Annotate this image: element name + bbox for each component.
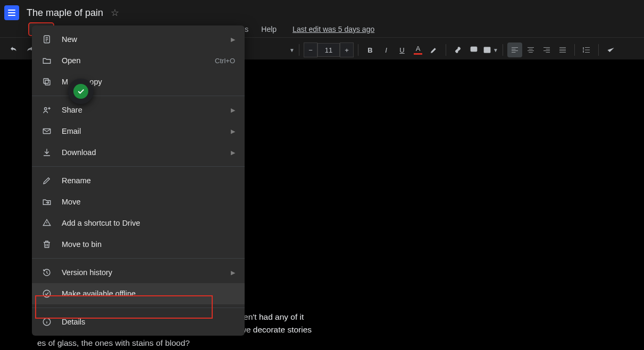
move-icon	[41, 197, 52, 207]
align-center-button[interactable]	[523, 42, 538, 57]
document-title[interactable]: The maple of pain	[27, 7, 103, 19]
file-menu-label: Share	[62, 106, 221, 114]
doc-line[interactable]: es of glass, the ones with stains of blo…	[37, 337, 607, 350]
svg-rect-5	[45, 80, 50, 85]
drive-shortcut-icon	[41, 218, 52, 228]
undo-button[interactable]	[6, 42, 21, 57]
file-menu-label: Details	[62, 318, 235, 326]
align-left-button[interactable]	[507, 42, 522, 57]
file-menu-label: Open	[62, 56, 205, 65]
file-menu-dropdown: New ▶ Open Ctrl+O M opy Share ▶ Email ▶ …	[32, 25, 245, 336]
file-menu-label: Rename	[62, 176, 235, 185]
file-menu-label: Email	[62, 127, 221, 135]
star-icon[interactable]: ☆	[111, 7, 119, 19]
svg-point-9	[43, 290, 51, 297]
paragraph-style-select[interactable]: Normal▼	[263, 46, 295, 54]
menu-divider	[32, 96, 245, 96]
file-menu-label: Move to bin	[62, 240, 235, 249]
file-menu-make-copy[interactable]: M opy	[32, 71, 245, 92]
file-menu-email[interactable]: Email ▶	[32, 121, 245, 142]
file-menu-label: Move	[62, 198, 235, 206]
submenu-arrow-icon: ▶	[231, 107, 235, 114]
menu-divider	[32, 308, 245, 308]
check-circle-icon	[73, 84, 88, 99]
bold-button[interactable]: B	[363, 42, 378, 57]
align-right-button[interactable]	[539, 42, 554, 57]
folder-icon	[41, 56, 52, 65]
more-tools-button[interactable]	[603, 42, 618, 57]
submenu-arrow-icon: ▶	[231, 128, 235, 135]
file-menu-open[interactable]: Open Ctrl+O	[32, 50, 245, 71]
file-menu-shortcut: Ctrl+O	[215, 57, 235, 65]
file-menu-label: Download	[62, 148, 221, 157]
file-menu-download[interactable]: Download ▶	[32, 142, 245, 163]
file-menu-move[interactable]: Move	[32, 191, 245, 212]
font-size-value[interactable]: 11	[317, 43, 340, 57]
menu-divider	[32, 258, 245, 259]
file-menu-details[interactable]: Details	[32, 311, 245, 332]
insert-comment-button[interactable]	[466, 42, 481, 57]
line-spacing-button[interactable]	[579, 42, 594, 57]
new-doc-icon	[41, 35, 52, 44]
file-menu-rename[interactable]: Rename	[32, 170, 245, 191]
docs-logo[interactable]	[4, 5, 19, 20]
last-edit-link[interactable]: Last edit was 5 days ago	[292, 25, 374, 33]
file-menu-share[interactable]: Share ▶	[32, 99, 245, 121]
rename-icon	[41, 176, 52, 185]
file-menu-label: Make available offline	[62, 289, 235, 298]
history-icon	[41, 268, 52, 277]
insert-link-button[interactable]	[450, 42, 465, 57]
insert-image-button[interactable]: ▼	[482, 42, 498, 57]
file-menu-label: New	[62, 35, 221, 44]
submenu-arrow-icon: ▶	[231, 36, 235, 43]
info-icon	[41, 317, 52, 327]
svg-point-7	[45, 108, 47, 110]
submenu-arrow-icon: ▶	[231, 269, 235, 276]
share-icon	[41, 105, 52, 115]
submenu-arrow-icon: ▶	[231, 149, 235, 156]
text-color-button[interactable]: A	[411, 42, 425, 57]
menu-help[interactable]: Help	[255, 23, 283, 36]
highlight-button[interactable]	[426, 42, 441, 57]
file-menu-make-available-offline[interactable]: Make available offline	[32, 283, 245, 304]
menu-divider	[32, 166, 245, 167]
download-icon	[41, 148, 52, 157]
success-toast	[68, 79, 94, 104]
svg-rect-6	[44, 79, 48, 83]
file-menu-move-to-bin[interactable]: Move to bin	[32, 234, 245, 255]
font-size-decrease[interactable]: −	[304, 42, 317, 57]
italic-button[interactable]: I	[379, 42, 394, 57]
copy-icon	[41, 77, 52, 87]
trash-icon	[41, 240, 52, 249]
file-menu-new[interactable]: New ▶	[32, 29, 245, 50]
email-icon	[41, 126, 52, 136]
file-menu-version-history[interactable]: Version history ▶	[32, 262, 245, 283]
font-size-control[interactable]: − 11 +	[304, 42, 354, 57]
file-menu-label: Version history	[62, 268, 221, 277]
underline-button[interactable]: U	[395, 42, 409, 57]
offline-icon	[41, 289, 52, 298]
align-justify-button[interactable]	[555, 42, 570, 57]
svg-point-2	[486, 48, 487, 49]
file-menu-label: Add a shortcut to Drive	[62, 219, 235, 227]
font-size-increase[interactable]: +	[340, 42, 354, 57]
file-menu-add-shortcut[interactable]: Add a shortcut to Drive	[32, 212, 245, 234]
